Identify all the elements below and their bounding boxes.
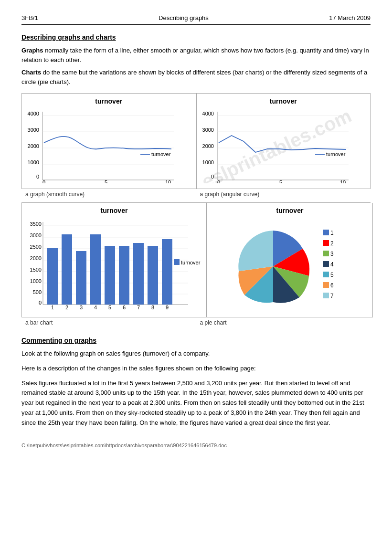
svg-text:turnover: turnover	[181, 260, 201, 265]
svg-text:1500: 1500	[30, 267, 42, 273]
svg-text:8: 8	[151, 305, 154, 310]
para2: Charts do the same but the variations ar…	[21, 68, 371, 86]
footer-text: C:\Inetpub\vhosts\eslprintables.com\http…	[21, 442, 227, 448]
section2-para2: Here is a description of the changes in …	[21, 364, 371, 374]
svg-text:eslprintables.com: eslprintables.com	[201, 107, 355, 183]
header-left: 3FB/1	[21, 14, 38, 21]
svg-text:4: 4	[330, 261, 334, 268]
svg-rect-50	[47, 248, 58, 305]
chart-angular: turnover eslprintables.com 4000 3000 200…	[196, 93, 371, 189]
chart1-title: turnover	[26, 97, 192, 105]
section2-title: Commenting on graphs	[21, 337, 371, 344]
svg-text:500: 500	[33, 289, 42, 295]
chart-smooth: turnover 4000 3000 2000 1000 0 0 5 10 tu…	[21, 93, 196, 189]
svg-text:7: 7	[137, 305, 140, 310]
svg-text:5: 5	[108, 305, 111, 310]
top-chart-labels: a graph (smooth curve) a graph (angular …	[21, 189, 371, 202]
header-center: Describing graphs	[159, 14, 209, 21]
svg-text:3500: 3500	[30, 221, 42, 227]
svg-rect-74	[323, 251, 329, 256]
section1-title: Describing graphs and charts	[21, 33, 371, 41]
svg-text:2500: 2500	[30, 244, 42, 250]
svg-text:3: 3	[330, 251, 334, 257]
svg-text:0: 0	[39, 300, 42, 305]
svg-text:1: 1	[330, 230, 334, 236]
svg-text:5: 5	[330, 272, 334, 278]
svg-text:1000: 1000	[30, 278, 42, 284]
svg-text:2000: 2000	[28, 143, 39, 149]
svg-rect-78	[323, 272, 329, 277]
para2-bold: Charts	[21, 69, 41, 76]
svg-text:2000: 2000	[30, 255, 42, 261]
svg-text:9: 9	[166, 305, 169, 310]
svg-text:7: 7	[330, 293, 334, 299]
chart4-svg: 1 2 3 4 5 6 7	[211, 216, 369, 312]
svg-rect-80	[323, 282, 329, 288]
footer: C:\Inetpub\vhosts\eslprintables.com\http…	[21, 442, 371, 448]
chart2-caption: a graph (angular curve)	[196, 189, 371, 202]
section2-para1: Look at the following graph on sales fig…	[21, 349, 371, 359]
svg-text:1000: 1000	[28, 159, 39, 165]
chart1-svg: 4000 3000 2000 1000 0 0 5 10 turnover	[26, 107, 183, 183]
para2-rest: do the same but the variations are shown…	[21, 69, 367, 85]
chart-bar: turnover 3500 3000 2500 2000 1500 1000 5…	[21, 203, 207, 317]
svg-rect-56	[90, 234, 101, 305]
svg-rect-76	[323, 261, 329, 267]
svg-text:0: 0	[211, 174, 213, 179]
svg-text:2: 2	[65, 305, 68, 310]
svg-text:0: 0	[36, 174, 39, 179]
svg-rect-66	[162, 239, 172, 305]
svg-rect-58	[105, 246, 115, 305]
svg-rect-64	[148, 246, 158, 305]
chart1-caption: a graph (smooth curve)	[21, 189, 196, 202]
svg-rect-60	[119, 246, 129, 305]
svg-text:6: 6	[330, 282, 334, 289]
chart3-title: turnover	[26, 207, 202, 214]
svg-rect-62	[133, 243, 144, 305]
page-header: 3FB/1 Describing graphs 17 March 2009	[21, 14, 371, 25]
bottom-chart-labels: a bar chart a pie chart	[21, 317, 371, 333]
svg-rect-72	[323, 240, 329, 246]
chart4-caption: a pie chart	[196, 317, 371, 333]
chart4-title: turnover	[211, 207, 369, 214]
svg-text:1000: 1000	[202, 159, 213, 165]
svg-text:4000: 4000	[28, 111, 39, 116]
para1-rest: normally take the form of a line, either…	[21, 47, 369, 63]
para1: Graphs normally take the form of a line,…	[21, 46, 371, 64]
section2-para3: Sales figures fluctuated a lot in the fi…	[21, 379, 371, 428]
svg-text:6: 6	[123, 305, 126, 310]
chart3-svg: 3500 3000 2500 2000 1500 1000 500 0 1	[26, 216, 202, 312]
header-right: 17 March 2009	[329, 14, 371, 21]
chart2-svg: eslprintables.com 4000 3000 2000 1000 0 …	[201, 107, 358, 183]
svg-text:2: 2	[330, 240, 334, 247]
svg-text:2000: 2000	[202, 143, 213, 149]
chart2-title: turnover	[201, 97, 367, 105]
svg-text:3000: 3000	[202, 127, 213, 133]
chart3-caption: a bar chart	[21, 317, 196, 333]
svg-text:turnover: turnover	[151, 151, 171, 157]
svg-text:3000: 3000	[28, 127, 39, 133]
svg-rect-68	[174, 259, 180, 265]
svg-text:4: 4	[94, 305, 97, 310]
svg-rect-54	[76, 251, 86, 305]
charts-bottom-row: turnover 3500 3000 2500 2000 1500 1000 5…	[21, 202, 371, 317]
svg-rect-70	[323, 230, 329, 235]
svg-text:1: 1	[51, 305, 54, 310]
svg-text:3000: 3000	[30, 232, 42, 238]
charts-top-row: turnover 4000 3000 2000 1000 0 0 5 10 tu…	[21, 93, 371, 189]
svg-text:4000: 4000	[202, 111, 213, 116]
svg-text:turnover: turnover	[326, 151, 346, 157]
svg-text:3: 3	[80, 305, 83, 310]
svg-rect-82	[323, 293, 329, 298]
svg-rect-52	[62, 234, 72, 305]
para1-bold: Graphs	[21, 47, 43, 54]
chart-pie: turnover 1 2 3 4 5	[207, 203, 373, 317]
